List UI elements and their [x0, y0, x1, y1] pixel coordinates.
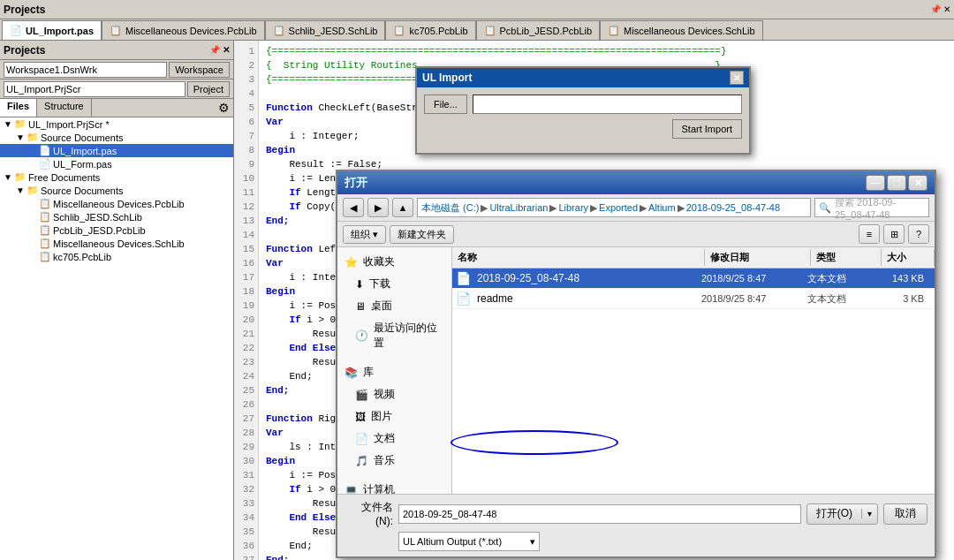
tab-schlib[interactable]: 📋 Schlib_JESD.SchLib	[265, 20, 386, 40]
folder-icon-4: 📁	[14, 171, 26, 183]
tree-node-0[interactable]: ▼ 📁 UL_Import.PrjScr *	[0, 117, 233, 131]
tab-icon-3: 📋	[393, 25, 405, 36]
line-numbers: 12 34 56 78 910 1112 1314 1516 1718 1920…	[234, 41, 259, 560]
sidebar-item-library[interactable]: 📚 库	[337, 361, 451, 383]
open-dialog-titlebar: 打开 — □ ✕	[337, 171, 935, 194]
tab-pcblib-jesd[interactable]: 📋 PcbLib_JESD.PcbLib	[476, 20, 601, 40]
workspace-selector: Workspace	[0, 60, 233, 79]
file-type-0: 文本文档	[807, 272, 878, 285]
od-new-folder-btn[interactable]: 新建文件夹	[390, 225, 454, 244]
sidebar-item-recent[interactable]: 🕐 最近访问的位置	[337, 317, 451, 354]
od-cancel-btn[interactable]: 取消	[883, 503, 928, 525]
lib-icon-10: 📋	[39, 251, 51, 262]
tree-node-1[interactable]: ▼ 📁 Source Documents	[0, 131, 233, 144]
od-up-btn[interactable]: ▲	[392, 198, 413, 217]
od-file-area: 名称 修改日期 类型 大小 📄 2018-09-25_08-47-48 2018…	[452, 247, 935, 494]
tree-node-5[interactable]: ▼ 📁 Source Documents	[0, 184, 233, 197]
tab-misc-pcb[interactable]: 📋 Miscellaneous Devices.PcbLib	[102, 20, 265, 40]
tab-icon-5: 📋	[608, 25, 620, 36]
od-file-list: 📄 2018-09-25_08-47-48 2018/9/25 8:47 文本文…	[452, 269, 935, 494]
tab-files[interactable]: Files	[0, 99, 37, 117]
tree-node-3[interactable]: 📄 UL_Form.pas	[0, 157, 233, 170]
od-search-box[interactable]: 🔍 搜索 2018-09-25_08-47-48	[814, 198, 929, 217]
col-type[interactable]: 类型	[811, 249, 882, 266]
od-organize-btn[interactable]: 组织 ▾	[343, 225, 386, 244]
col-date[interactable]: 修改日期	[705, 249, 811, 266]
sidebar-item-pictures[interactable]: 🖼 图片	[337, 405, 451, 428]
sidebar-item-music[interactable]: 🎵 音乐	[337, 450, 451, 472]
breadcrumb-c[interactable]: 本地磁盘 (C:)	[421, 201, 479, 215]
menu-item-projects[interactable]: Projects	[4, 4, 45, 16]
od-open-btn-arrow[interactable]: ▾	[861, 509, 877, 518]
ul-import-file-input[interactable]	[473, 95, 742, 114]
col-size[interactable]: 大小	[882, 249, 935, 266]
pin-btn[interactable]: 📌 ✕	[930, 4, 950, 14]
sidebar-item-downloads[interactable]: ⬇ 下载	[337, 273, 451, 295]
tree-node-10[interactable]: 📋 kc705.PcbLib	[0, 250, 233, 263]
ul-import-title: UL Import	[422, 72, 472, 84]
od-forward-btn[interactable]: ▶	[367, 198, 389, 217]
workspace-btn[interactable]: Workspace	[169, 62, 230, 78]
open-dialog-max-btn[interactable]: □	[887, 175, 906, 191]
sidebar-item-docs[interactable]: 📄 文档	[337, 428, 451, 450]
tree-node-4[interactable]: ▼ 📁 Free Documents	[0, 170, 233, 184]
od-address-bar: ◀ ▶ ▲ 本地磁盘 (C:) ▶ UltraLibrarian ▶ Libra…	[337, 194, 935, 222]
od-file-header: 名称 修改日期 类型 大小	[452, 247, 935, 269]
tab-structure[interactable]: Structure	[37, 99, 92, 117]
breadcrumb-date[interactable]: 2018-09-25_08-47-48	[686, 202, 780, 213]
od-breadcrumb[interactable]: 本地磁盘 (C:) ▶ UltraLibrarian ▶ Library ▶ E…	[417, 198, 811, 217]
tree-node-9[interactable]: 📋 Miscellaneous Devices.SchLib	[0, 237, 233, 250]
project-dropdown[interactable]	[4, 81, 186, 97]
file-row-1[interactable]: 📄 readme 2018/9/25 8:47 文本文档 3 KB	[452, 289, 935, 309]
lib-icon-6: 📋	[39, 198, 51, 209]
breadcrumb-exported[interactable]: Exported	[599, 202, 638, 213]
od-view-btn-2[interactable]: ⊞	[883, 224, 905, 244]
panel-tabs: Files Structure ⚙	[0, 99, 233, 117]
file-icon-row1: 📄	[456, 291, 473, 306]
breadcrumb-lib[interactable]: Library	[558, 202, 588, 213]
tree-node-7[interactable]: 📋 Schlib_JESD.SchLib	[0, 210, 233, 223]
tab-misc-schlib[interactable]: 📋 Miscellaneous Devices.SchLib	[600, 20, 763, 40]
ul-import-file-btn[interactable]: File...	[424, 95, 467, 114]
expand-icon-1: ▼	[14, 132, 26, 142]
file-size-1: 3 KB	[878, 293, 931, 304]
ul-import-close-btn[interactable]: ✕	[730, 71, 744, 85]
breadcrumb-ul[interactable]: UltraLibrarian	[489, 202, 548, 213]
ul-import-start-row: Start Import	[424, 119, 742, 139]
panel-pin[interactable]: 📌 ✕	[209, 45, 230, 55]
menu-bar: Projects 📌 ✕	[0, 0, 954, 19]
od-help-btn[interactable]: ?	[908, 224, 929, 244]
computer-icon: 💻	[344, 484, 358, 495]
file-row-0[interactable]: 📄 2018-09-25_08-47-48 2018/9/25 8:47 文本文…	[452, 269, 935, 289]
od-back-btn[interactable]: ◀	[343, 198, 364, 217]
workspace-dropdown[interactable]	[4, 62, 167, 78]
od-filetype-dropdown[interactable]: UL Altium Output (*.txt) ▾	[398, 532, 540, 551]
file-icon-2: 📄	[39, 145, 51, 156]
sidebar-item-desktop[interactable]: 🖥 桌面	[337, 295, 451, 317]
open-dialog-close-btn[interactable]: ✕	[908, 175, 928, 191]
od-open-btn[interactable]: 打开(O) ▾	[806, 503, 878, 525]
od-open-btn-label[interactable]: 打开(O)	[807, 503, 861, 524]
sidebar-item-computer[interactable]: 💻 计算机	[337, 479, 451, 494]
file-icon-3: 📄	[39, 158, 51, 170]
tree-node-6[interactable]: 📋 Miscellaneous Devices.PcbLib	[0, 197, 233, 210]
tree-node-2[interactable]: 📄 UL_Import.pas	[0, 144, 233, 157]
sidebar-item-favorites[interactable]: ⭐ 收藏夹	[337, 251, 451, 273]
star-icon: ⭐	[344, 256, 358, 269]
panel-title: Projects	[4, 44, 45, 57]
tree-node-8[interactable]: 📋 PcbLib_JESD.PcbLib	[0, 223, 233, 237]
panel-settings-btn[interactable]: ⚙	[215, 99, 233, 117]
project-btn[interactable]: Project	[187, 81, 230, 97]
library-icon: 📚	[344, 367, 358, 379]
tab-kc705[interactable]: 📋 kc705.PcbLib	[385, 20, 475, 40]
tab-ul-import[interactable]: 📄 UL_Import.pas	[2, 20, 102, 40]
breadcrumb-altium[interactable]: Altium	[648, 202, 676, 213]
ul-import-start-btn[interactable]: Start Import	[672, 119, 742, 139]
od-filename-input[interactable]	[398, 504, 801, 524]
expand-icon-4: ▼	[2, 172, 14, 182]
open-dialog-title: 打开	[344, 175, 367, 191]
sidebar-item-video[interactable]: 🎬 视频	[337, 383, 451, 405]
od-view-btn-1[interactable]: ≡	[859, 224, 880, 244]
col-name[interactable]: 名称	[452, 249, 705, 266]
open-dialog-min-btn[interactable]: —	[866, 175, 885, 191]
